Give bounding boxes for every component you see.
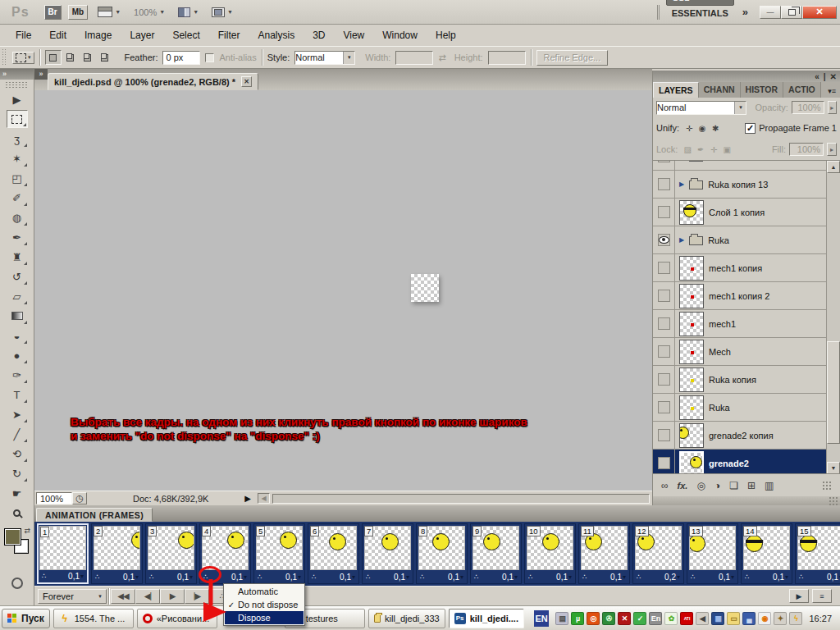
first-frame-button[interactable]: ◀◀	[111, 589, 135, 604]
start-button[interactable]: Пуск	[2, 609, 50, 628]
unify-layer-visibility-icon[interactable]: ◉	[696, 122, 709, 134]
frame-delay-select[interactable]: 0,1▾	[502, 573, 518, 582]
tray-winamp-icon[interactable]: ϟ	[789, 612, 802, 625]
fill-value[interactable]: 100%	[789, 143, 824, 156]
scroll-up-icon[interactable]: ▲	[827, 161, 840, 173]
tray-firewall-icon[interactable]: ◎	[587, 612, 600, 625]
more-workspaces-button[interactable]: »	[742, 6, 746, 18]
menu-image[interactable]: Image	[75, 26, 121, 44]
tray-shield-icon[interactable]: ✕	[618, 612, 631, 625]
convert-to-timeline-button[interactable]: ≡	[812, 589, 832, 603]
tray-volume-icon[interactable]: ◀	[696, 612, 709, 625]
animation-frame-1[interactable]: 1∴0,1▾	[37, 523, 89, 584]
tools-panel-grip[interactable]	[5, 81, 29, 88]
crop-tool[interactable]: ◰	[7, 169, 28, 187]
frame-delay-select[interactable]: 0,1▾	[448, 573, 463, 582]
foreground-color-swatch[interactable]	[4, 528, 21, 546]
scrollbar-thumb[interactable]	[827, 341, 840, 444]
fill-spinner-icon[interactable]: ▸	[827, 143, 837, 156]
rectangular-marquee-tool[interactable]	[7, 110, 28, 128]
layer-row-слой-1-копия[interactable]: Слой 1 копия	[653, 199, 827, 226]
scroll-frames-right-icon[interactable]: ▶	[789, 589, 809, 603]
minimize-button[interactable]: —	[760, 6, 781, 19]
status-zoom-input[interactable]: 100%	[36, 492, 72, 504]
visibility-toggle[interactable]	[653, 171, 675, 198]
layer-mask-icon[interactable]: ◎	[696, 480, 705, 491]
refine-edge-button[interactable]: Refine Edge...	[536, 50, 609, 66]
layer-row-ruka[interactable]: Ruka	[653, 394, 827, 422]
frame-delay-select[interactable]: 0,1▾	[827, 573, 840, 582]
panel-menu-icon[interactable]: ▾≡	[824, 84, 840, 98]
menu-window[interactable]: Window	[373, 26, 427, 44]
screen-mode-button[interactable]: ▼	[208, 7, 236, 17]
gradient-tool[interactable]	[7, 307, 28, 325]
visibility-toggle[interactable]	[653, 282, 675, 309]
task-kill-djedi[interactable]: Pskill_djedi....	[449, 609, 524, 628]
layer-thumbnail[interactable]	[679, 312, 704, 336]
frame-disposal-icon[interactable]: ∴	[149, 573, 154, 581]
lasso-tool[interactable]: ʒ	[7, 130, 28, 148]
frame-disposal-icon[interactable]: ∴	[745, 573, 750, 581]
adjustment-layer-icon[interactable]: ◑	[714, 480, 720, 491]
scroll-down-icon[interactable]: ▼	[827, 462, 840, 473]
propagate-frame-checkbox[interactable]: ✓	[745, 123, 756, 134]
opacity-spinner-icon[interactable]: ▸	[828, 101, 837, 114]
frame-delay-select[interactable]: 0,1▾	[610, 573, 626, 582]
layer-row-mech1-копия[interactable]: mech1 копия	[653, 254, 827, 282]
animation-frame-13[interactable]: 13∴0,1▾	[687, 523, 738, 584]
frame-delay-select[interactable]: 0,1▾	[394, 573, 409, 582]
tab-actio[interactable]: ACTIO	[783, 82, 821, 98]
status-options-arrow-icon[interactable]: ▶	[244, 494, 251, 503]
animation-frame-8[interactable]: 8∴0,1▾	[416, 523, 468, 584]
link-layers-icon[interactable]: ∞	[661, 480, 669, 491]
layers-scrollbar[interactable]: ▲ ▼	[826, 161, 840, 473]
resize-grip[interactable]	[822, 481, 832, 491]
frame-disposal-icon[interactable]: ∴	[474, 573, 479, 581]
visibility-toggle[interactable]	[653, 450, 675, 473]
blur-tool[interactable]: ◒	[7, 326, 28, 345]
frame-delay-select[interactable]: 0,1▾	[340, 573, 355, 582]
visibility-toggle[interactable]	[653, 338, 675, 365]
blend-mode-select[interactable]: Normal▾	[656, 101, 746, 115]
expand-triangle-icon[interactable]: ▶	[679, 180, 684, 188]
tray-icq-icon[interactable]: ✿	[664, 612, 678, 625]
layer-row-mech1-копия-2[interactable]: mech1 копия 2	[653, 282, 827, 310]
magic-wand-tool[interactable]: ✶	[7, 149, 28, 167]
language-indicator[interactable]: EN	[534, 610, 550, 627]
layer-thumbnail[interactable]	[679, 423, 704, 448]
layer-thumbnail[interactable]	[679, 340, 704, 364]
type-tool[interactable]: T	[7, 386, 28, 404]
spot-healing-brush-tool[interactable]: ◍	[7, 208, 28, 226]
frame-delay-select[interactable]: 0,1▾	[123, 573, 139, 582]
tab-layers[interactable]: LAYERS	[653, 82, 699, 98]
animation-frames-tab[interactable]: ANIMATION (FRAMES)	[36, 508, 153, 522]
subtract-from-selection-button[interactable]	[80, 50, 96, 65]
tray-utorrent-icon[interactable]: µ	[571, 612, 584, 625]
eraser-tool[interactable]: ▱	[7, 287, 28, 305]
tool-preset-picker[interactable]: ▾	[12, 52, 34, 64]
frame-disposal-icon[interactable]: ∴	[528, 573, 533, 581]
quick-mask-button[interactable]	[8, 576, 26, 590]
frame-delay-select[interactable]: 0,1▾	[231, 573, 247, 582]
frame-delay-select[interactable]: 0,1▾	[719, 573, 734, 582]
animation-frame-3[interactable]: 3∴0,1▾	[145, 523, 197, 584]
opacity-value[interactable]: 100%	[792, 101, 824, 114]
frame-delay-select[interactable]: 0,1▾	[177, 573, 193, 582]
tray-device-icon[interactable]: ▤	[555, 612, 568, 625]
intersect-selections-button[interactable]	[97, 50, 113, 65]
menu-analysis[interactable]: Analysis	[249, 26, 304, 44]
add-to-selection-button[interactable]	[62, 50, 79, 65]
menu-filter[interactable]: Filter	[209, 26, 249, 44]
tab-chann[interactable]: CHANN	[699, 82, 741, 98]
visibility-toggle[interactable]	[653, 226, 675, 253]
menu-file[interactable]: File	[7, 26, 40, 44]
close-button[interactable]: ✕	[802, 6, 837, 19]
brush-tool[interactable]: ✒	[7, 228, 28, 246]
animation-frame-2[interactable]: 2∴0,1▾	[91, 523, 143, 584]
frame-disposal-icon[interactable]: ∴	[637, 573, 641, 581]
3d-orbit-tool[interactable]: ↻	[7, 464, 28, 482]
new-selection-button[interactable]	[45, 50, 62, 65]
play-button[interactable]: ▶	[160, 589, 185, 604]
layer-row-mech1[interactable]: mech1	[653, 310, 827, 338]
context-item-dispose[interactable]: Dispose	[225, 611, 304, 624]
